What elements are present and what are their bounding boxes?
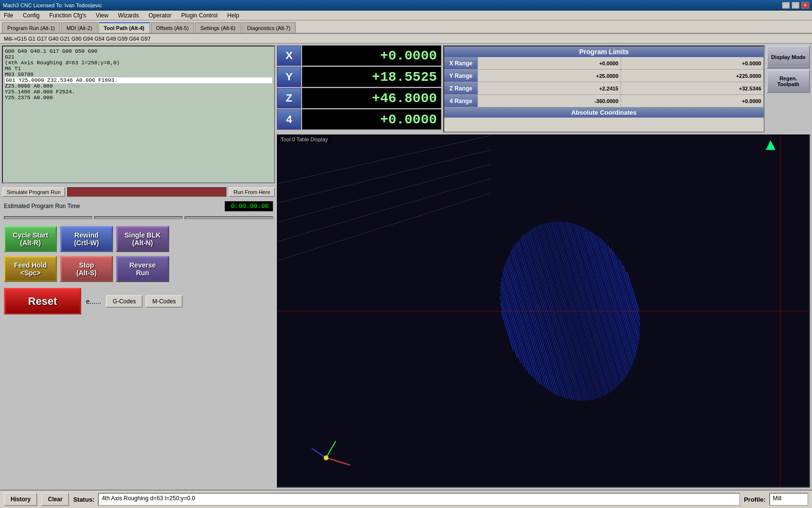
x-label: X: [277, 45, 301, 66]
bottom-left: Reset e...... G-Codes M-Codes: [2, 286, 275, 316]
status-bar: History Clear Status: 4th Axis Roughing …: [0, 490, 812, 508]
sliders-row: [2, 213, 275, 222]
title-bar-controls: ─ □ ✕: [782, 2, 809, 9]
menu-help[interactable]: Help: [225, 12, 241, 19]
close-button[interactable]: ✕: [801, 2, 809, 9]
menu-bar: File Config Function Cfg's View Wizards …: [0, 11, 812, 20]
limits-x-row: X Range +0.0000 +0.0000: [444, 57, 764, 70]
window-title: Mach3 CNC Licensed To: Ivan Todosijevic: [3, 2, 102, 8]
g-codes-button[interactable]: G-Codes: [106, 295, 143, 308]
toolpath-canvas: [278, 135, 809, 487]
control-buttons-row1: Cycle Start(Alt-R) Rewind(Crtl-W) Single…: [2, 224, 275, 254]
tab-bar: Program Run (Alt-1) MDI (Alt-2) Tool Pat…: [0, 20, 812, 34]
tab-tool-path[interactable]: Tool Path (Alt-4): [99, 22, 150, 33]
y-coord-row: Y +18.5525: [277, 67, 441, 87]
limits-x-val2: +0.0000: [621, 57, 764, 69]
limits-4-row: 4 Range -360.0000 +0.0000: [444, 95, 764, 107]
x-coord-row: X +0.0000: [277, 45, 441, 66]
gcode-line: G00 G49 G40.1 G17 G80 G50 G90: [5, 48, 272, 54]
gcode-status-bar: Mill->G15 G1 G17 G40 G21 G90 G94 G54 G49…: [0, 34, 812, 44]
display-mode-button[interactable]: Display Mode: [767, 45, 810, 69]
tab-mdi[interactable]: MDI (Alt-2): [61, 22, 97, 33]
stop-button[interactable]: Stop(Alt-S): [60, 256, 113, 282]
profile-label: Profile:: [744, 496, 766, 503]
single-blk-button[interactable]: Single BLK(Alt-N): [116, 226, 169, 252]
gcode-line: M03 S9708: [5, 72, 272, 77]
menu-function-cfgs[interactable]: Function Cfg's: [47, 12, 88, 19]
time-display: 0:00:00:00: [225, 201, 273, 211]
progress-bar: [67, 187, 227, 197]
a-value: +0.0000: [302, 109, 441, 130]
rewind-button[interactable]: Rewind(Crtl-W): [60, 226, 113, 252]
gcode-editor[interactable]: G00 G49 G40.1 G17 G80 G50 G90 G21 (4th A…: [2, 45, 275, 183]
history-button[interactable]: History: [4, 493, 37, 506]
left-panel: G00 G49 G40.1 G17 G80 G50 G90 G21 (4th A…: [2, 45, 275, 488]
e-display: e......: [84, 297, 103, 306]
reset-button[interactable]: Reset: [4, 288, 81, 314]
clear-button[interactable]: Clear: [41, 493, 69, 506]
menu-config[interactable]: Config: [21, 12, 42, 19]
jog-slider[interactable]: [185, 216, 273, 219]
z-label: Z: [277, 88, 301, 108]
gcode-content[interactable]: G00 G49 G40.1 G17 G80 G50 G90 G21 (4th A…: [5, 48, 272, 180]
toolpath-label: Tool:0 Table Display: [278, 135, 331, 143]
menu-operator[interactable]: Operator: [147, 12, 174, 19]
x-value: +0.0000: [302, 45, 441, 66]
tab-settings[interactable]: Settings (Alt-6): [195, 22, 241, 33]
maximize-button[interactable]: □: [792, 2, 799, 9]
limits-4-val2: +0.0000: [621, 95, 764, 107]
reverse-run-button[interactable]: ReverseRun: [116, 256, 169, 282]
gcode-line: Y25.2375 A0.000: [5, 95, 272, 101]
program-limits: Program Limits X Range +0.0000 +0.0000 Y…: [443, 45, 765, 133]
menu-file[interactable]: File: [2, 12, 15, 19]
z-value: +46.8000: [302, 88, 441, 108]
abs-coords-label: Absolute Coordinates: [444, 107, 764, 118]
limits-y-val2: +225.0000: [621, 70, 764, 82]
menu-view[interactable]: View: [94, 12, 110, 19]
profile-value: Mill: [769, 493, 808, 506]
main-area: G00 G49 G40.1 G17 G80 G50 G90 G21 (4th A…: [0, 44, 812, 490]
a-coord-row: 4 +0.0000: [277, 109, 441, 130]
a-label: 4: [277, 109, 301, 130]
side-buttons: Display Mode Regen. Toolpath: [767, 45, 810, 133]
z-coord-row: Z +46.8000: [277, 88, 441, 108]
status-label: Status:: [73, 496, 94, 503]
time-bar: Estimated Program Run Time 0:00:00:00: [2, 201, 275, 211]
m-codes-button[interactable]: M-Codes: [145, 295, 183, 308]
gcode-line: (4th Axis Roughing d=63 l=250;y=0,0): [5, 60, 272, 66]
status-value: 4th Axis Roughing d=63 l=250;y=0.0: [98, 493, 740, 506]
cycle-start-button[interactable]: Cycle Start(Alt-R): [4, 226, 57, 252]
feed-hold-button[interactable]: Feed Hold<Spc>: [4, 256, 57, 282]
limits-z-label: Z Range: [444, 82, 478, 94]
tab-offsets[interactable]: Offsets (Alt-5): [151, 22, 194, 33]
limits-x-label: X Range: [444, 57, 478, 69]
y-value: +18.5525: [302, 67, 441, 87]
limits-y-label: Y Range: [444, 70, 478, 82]
limits-z-val1: +2.2415: [478, 82, 621, 94]
toolpath-viewer[interactable]: Tool:0 Table Display: [277, 134, 810, 488]
gcode-status-text: Mill->G15 G1 G17 G40 G21 G90 G94 G54 G49…: [4, 36, 151, 42]
regen-toolpath-button[interactable]: Regen. Toolpath: [767, 70, 810, 93]
simulate-program-run-button[interactable]: Simulate Program Run: [2, 187, 65, 197]
gcode-line: M6 T1: [5, 66, 272, 72]
coords-and-limits: X +0.0000 Y +18.5525 Z +46.8000 4 +0.000…: [277, 45, 810, 133]
limits-y-row: Y Range +25.0000 +225.0000: [444, 70, 764, 82]
y-label: Y: [277, 67, 301, 87]
title-bar: Mach3 CNC Licensed To: Ivan Todosijevic …: [0, 0, 812, 11]
gcode-line-active: G01 Y25.0000 Z32.5346 A0.000 F1893.: [5, 77, 272, 83]
speed-slider[interactable]: [94, 216, 183, 219]
limits-4-val1: -360.0000: [478, 95, 621, 107]
gcode-line: Z25.0000 A0.000: [5, 83, 272, 89]
limits-y-val1: +25.0000: [478, 70, 621, 82]
run-from-here-button[interactable]: Run From Here: [229, 187, 275, 197]
menu-plugin-control[interactable]: Plugin Control: [179, 12, 219, 19]
limits-4-label: 4 Range: [444, 95, 478, 107]
coordinates-display: X +0.0000 Y +18.5525 Z +46.8000 4 +0.000…: [277, 45, 441, 133]
feed-slider[interactable]: [4, 216, 92, 219]
minimize-button[interactable]: ─: [782, 2, 790, 9]
control-buttons-row2: Feed Hold<Spc> Stop(Alt-S) ReverseRun: [2, 256, 275, 284]
limits-z-row: Z Range +2.2415 +32.5346: [444, 82, 764, 95]
menu-wizards[interactable]: Wizards: [116, 12, 141, 19]
tab-diagnostics[interactable]: Diagnostics (Alt-7): [242, 22, 296, 33]
tab-program-run[interactable]: Program Run (Alt-1): [2, 22, 60, 33]
